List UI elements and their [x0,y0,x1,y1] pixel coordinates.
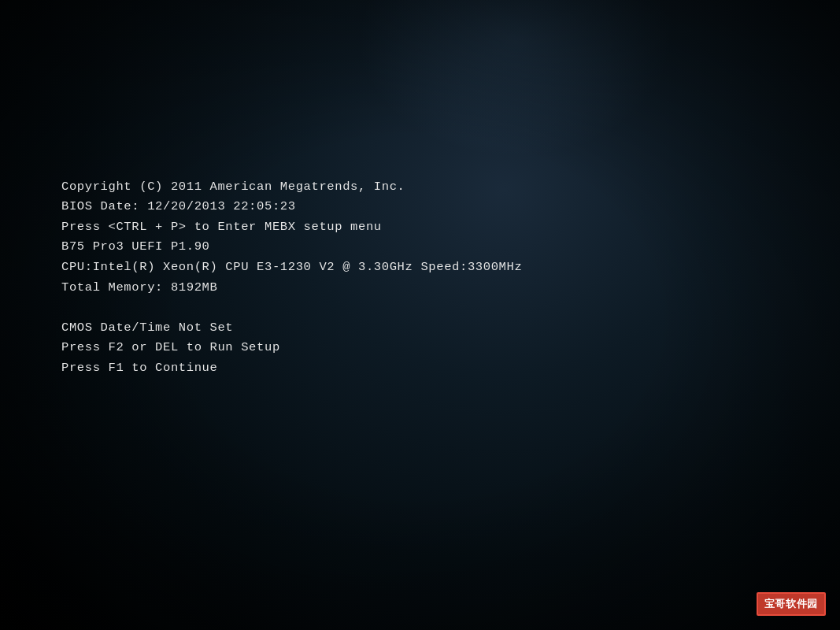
bios-screen: Copyright (C) 2011 American Megatrends, … [0,0,840,630]
bios-line-0: Copyright (C) 2011 American Megatrends, … [61,177,522,198]
bios-line-2: Press <CTRL + P> to Enter MEBX setup men… [61,217,522,238]
bios-line-5: Total Memory: 8192MB [61,278,522,298]
bios-line-6 [61,298,522,318]
bios-line-4: CPU:Intel(R) Xeon(R) CPU E3-1230 V2 @ 3.… [61,258,522,278]
bios-output: Copyright (C) 2011 American Megatrends, … [61,117,522,378]
bios-line-9: Press F1 to Continue [61,358,522,379]
bios-line-8: Press F2 or DEL to Run Setup [61,338,522,358]
bios-line-3: B75 Pro3 UEFI P1.90 [61,237,522,258]
bios-line-7: CMOS Date/Time Not Set [61,318,522,339]
watermark-badge: 宝哥软件园 [757,592,826,616]
bios-line-1: BIOS Date: 12/20/2013 22:05:23 [61,197,522,217]
